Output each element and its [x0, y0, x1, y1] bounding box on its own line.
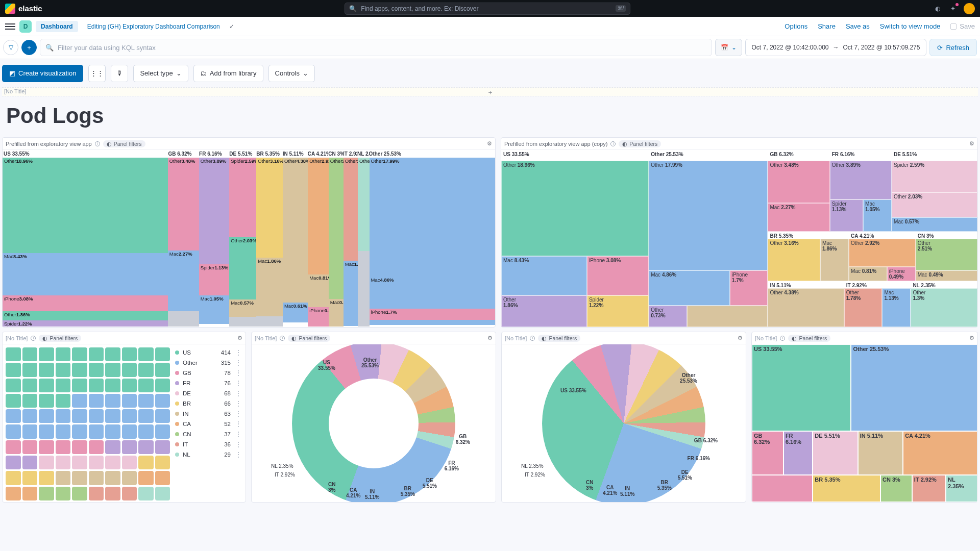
newsfeed-icon[interactable]: ✦ — [948, 4, 958, 13]
refresh-button[interactable]: ⟳ Refresh — [929, 39, 977, 56]
breadcrumb-editing[interactable]: Editing (GH) Exploratory Dashboard Compa… — [82, 21, 225, 32]
gear-icon[interactable]: ⚙ — [969, 140, 974, 147]
info-icon[interactable]: i — [95, 141, 100, 146]
kql-placeholder: Filter your data using KQL syntax — [58, 44, 156, 52]
refresh-icon: ⟳ — [937, 44, 943, 52]
legend-item[interactable]: BR66⋮ — [175, 398, 242, 409]
select-type-button[interactable]: Select type ⌄ — [133, 65, 188, 82]
donut-chart[interactable]: US33.55% Other25.53% GB6.32% FR6.16% DE5… — [252, 344, 496, 502]
search-icon: 🔍 — [349, 5, 357, 12]
panel-pie: [No Title] i ◐ Panel filters ⚙ US 33.55%… — [501, 332, 746, 503]
slice-label: IN5.11% — [365, 489, 379, 500]
panel-title: [No Title] — [755, 335, 777, 341]
slice-label: FR 6.16% — [688, 456, 710, 461]
waffle-legend: US414⋮Other315⋮GB78⋮FR76⋮DE68⋮BR66⋮IN63⋮… — [175, 347, 242, 500]
breadcrumb-bar: D Dashboard Editing (GH) Exploratory Das… — [0, 17, 980, 36]
chevron-down-icon: ⌄ — [731, 44, 737, 51]
options-link[interactable]: Options — [785, 22, 807, 30]
breadcrumb-dashboard[interactable]: Dashboard — [36, 21, 78, 32]
panel-filters-pill[interactable]: ◐ Panel filters — [39, 335, 81, 342]
info-icon[interactable]: i — [530, 336, 535, 341]
add-from-library-button[interactable]: 🗂 Add from library — [193, 65, 263, 82]
gear-icon[interactable]: ⚙ — [487, 335, 493, 341]
treemap-chart-small[interactable]: US 33.55%Other 25.53%GB6.32%FR6.16%DE 5.… — [752, 344, 977, 502]
slice-label: CN3% — [328, 482, 335, 493]
treemap-chart[interactable]: US 33.55%Other 18.96%Mac 8.43%iPhone 3.0… — [501, 150, 977, 327]
create-visualization-button[interactable]: ◩ Create visualization — [2, 65, 83, 82]
panel-filters-pill[interactable]: ◐ Panel filters — [788, 335, 830, 342]
edit-toolbar: ◩ Create visualization ⋮⋮ 🎙 Select type … — [0, 59, 980, 87]
logo-mark-icon — [5, 4, 15, 14]
legend-item[interactable]: IN63⋮ — [175, 409, 242, 419]
panel-treemap-1: Prefilled from exploratory view app (cop… — [501, 137, 978, 328]
filter-funnel-button[interactable]: ▽ — [3, 40, 18, 55]
search-icon: 🔍 — [45, 44, 54, 52]
mic-button[interactable]: 🎙 — [111, 65, 128, 82]
lens-icon: ◩ — [9, 69, 15, 77]
controls-button[interactable]: Controls ⌄ — [268, 65, 315, 82]
info-icon[interactable]: i — [280, 336, 285, 341]
switch-view-link[interactable]: Switch to view mode — [880, 22, 941, 30]
dots-icon: ⋮ — [234, 410, 242, 417]
legend-item[interactable]: IT36⋮ — [175, 439, 242, 449]
header-actions: ◐ ✦ — [933, 3, 975, 14]
pie-chart[interactable]: US 33.55% Other25.53% GB 6.32% FR 6.16% … — [502, 344, 746, 502]
kql-input[interactable]: 🔍 Filter your data using KQL syntax — [40, 39, 712, 56]
panel-title: [No Title] — [6, 335, 28, 341]
drag-handle-button[interactable]: ⋮⋮ — [88, 65, 106, 82]
slice-label: NL 2.35% — [271, 463, 293, 469]
dots-icon: ⋮ — [234, 359, 242, 366]
global-search[interactable]: 🔍 Find apps, content, and more. Ex: Disc… — [345, 3, 630, 15]
slice-label: DE5.51% — [423, 478, 437, 489]
save-as-link[interactable]: Save as — [846, 22, 870, 30]
add-panel-strip[interactable]: [No Title] ＋ — [2, 87, 978, 96]
date-quick-button[interactable]: 📅 ⌄ — [715, 39, 742, 56]
dots-icon: ⋮ — [234, 400, 242, 407]
waffle-chart[interactable] — [6, 347, 170, 500]
legend-item[interactable]: US414⋮ — [175, 347, 242, 358]
search-kbd: ⌘/ — [616, 5, 626, 12]
date-range[interactable]: Oct 7, 2022 @ 10:42:00.000 → Oct 7, 2022… — [745, 39, 927, 56]
elastic-logo[interactable]: elastic — [5, 4, 42, 14]
dots-icon: ⋮ — [234, 431, 242, 438]
panel-title: Prefilled from exploratory view app — [6, 141, 92, 147]
legend-item[interactable]: NL29⋮ — [175, 449, 242, 460]
slice-label: IT 2.92% — [525, 472, 545, 478]
dashboard-body: Prefilled from exploratory view app i ◐ … — [0, 137, 980, 503]
panel-title: [No Title] — [255, 335, 277, 341]
help-icon[interactable]: ◐ — [933, 4, 942, 13]
info-icon[interactable]: i — [780, 336, 785, 341]
legend-item[interactable]: CA52⋮ — [175, 419, 242, 429]
space-badge[interactable]: D — [19, 20, 32, 33]
slice-label: Other25.53% — [361, 357, 379, 368]
gear-icon[interactable]: ⚙ — [969, 335, 974, 341]
add-filter-button[interactable]: ＋ — [21, 40, 37, 55]
slice-label: DE5.51% — [678, 469, 692, 481]
panel-filters-pill[interactable]: ◐ Panel filters — [288, 335, 330, 342]
gear-icon[interactable]: ⚙ — [487, 140, 492, 147]
legend-item[interactable]: FR76⋮ — [175, 378, 242, 388]
legend-item[interactable]: DE68⋮ — [175, 388, 242, 398]
mosaic-chart[interactable]: US 33.55%GB 6.32%FR 6.16%DE 5.51%BR 5.35… — [3, 150, 495, 327]
legend-item[interactable]: CN37⋮ — [175, 429, 242, 439]
panel-filters-pill[interactable]: ◐ Panel filters — [103, 140, 145, 147]
slice-label: Other25.53% — [680, 372, 697, 384]
panel-filters-pill[interactable]: ◐ Panel filters — [538, 335, 580, 342]
nav-toggle-icon[interactable] — [5, 21, 15, 32]
panel-title: [No Title] — [505, 335, 527, 341]
slice-label: CA4.21% — [603, 485, 617, 496]
dots-icon: ⋮ — [234, 349, 242, 356]
gear-icon[interactable]: ⚙ — [237, 335, 242, 341]
info-icon[interactable]: i — [31, 336, 36, 341]
panel-title: Prefilled from exploratory view app (cop… — [504, 141, 607, 147]
user-avatar[interactable] — [964, 3, 975, 14]
legend-item[interactable]: Other315⋮ — [175, 358, 242, 368]
gear-icon[interactable]: ⚙ — [738, 335, 743, 341]
panel-filters-pill[interactable]: ◐ Panel filters — [619, 140, 661, 147]
info-icon[interactable]: i — [610, 141, 616, 146]
legend-item[interactable]: GB78⋮ — [175, 368, 242, 378]
page-title: Pod Logs — [0, 96, 980, 137]
date-to: Oct 7, 2022 @ 10:57:09.275 — [843, 44, 920, 51]
folder-icon: 🗂 — [200, 69, 207, 77]
share-link[interactable]: Share — [818, 22, 836, 30]
